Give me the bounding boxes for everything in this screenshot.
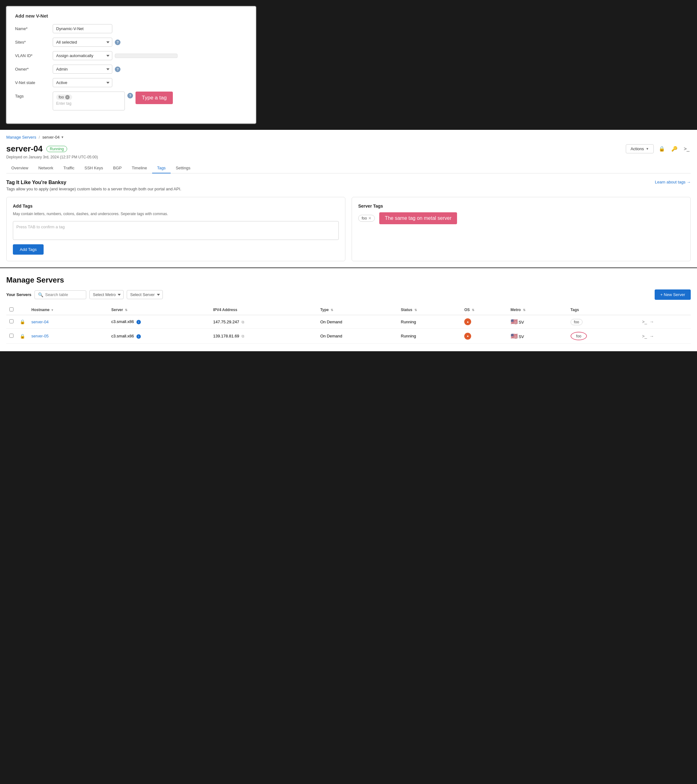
- search-input-wrap: 🔍: [35, 290, 86, 299]
- servers-table: Hostname ▾ Server ⇅ IPV4 Address Type ⇅ …: [6, 305, 691, 344]
- os-sort-arrow: ⇅: [472, 308, 474, 312]
- server-detail-content: Manage Servers / server-04 ▼ server-04 R…: [0, 130, 697, 267]
- row1-os-cell: ●: [461, 315, 507, 329]
- row2-flag-icon: 🇺🇸: [511, 333, 517, 339]
- terminal-icon-btn[interactable]: >_: [682, 145, 691, 153]
- tab-tags[interactable]: Tags: [152, 163, 171, 173]
- tags-field[interactable]: foo × Enter tag: [53, 92, 125, 110]
- row1-action-icons: >_ →: [642, 319, 687, 324]
- row2-checkbox-cell: [6, 329, 16, 344]
- vlan-auto-field: [115, 54, 178, 58]
- vnet-state-label: V-Net state: [15, 78, 53, 85]
- row1-hostname-link[interactable]: server-04: [31, 320, 49, 324]
- row1-os-icon: ●: [464, 318, 471, 325]
- row2-server-cell: c3.small.x86 i: [108, 329, 210, 344]
- add-tags-card-desc: May contain letters, numbers, colons, da…: [13, 211, 339, 217]
- row2-type-cell: On Demand: [317, 329, 398, 344]
- owner-help-icon[interactable]: ?: [115, 66, 120, 72]
- row2-tag-pill: foo: [573, 333, 585, 339]
- col-select-all: [6, 305, 16, 315]
- server-actions: Actions ▼ 🔒 🔑 >_: [626, 144, 691, 153]
- lock-icon-btn[interactable]: 🔒: [657, 145, 666, 153]
- row1-copy-icon[interactable]: ⧉: [242, 320, 244, 324]
- row1-checkbox[interactable]: [10, 319, 13, 323]
- server-tags-card: Server Tags foo ✕ The same tag on metal …: [352, 197, 691, 261]
- select-server-dropdown[interactable]: Select Server: [127, 290, 163, 299]
- row1-terminal-icon[interactable]: >_: [642, 319, 647, 324]
- select-metro-dropdown[interactable]: Select Metro: [89, 290, 124, 299]
- tab-overview[interactable]: Overview: [6, 163, 33, 173]
- vnet-state-select[interactable]: Active: [53, 78, 112, 87]
- tag-placeholder: Enter tag: [56, 101, 121, 106]
- tab-traffic[interactable]: Traffic: [58, 163, 79, 173]
- row2-checkbox[interactable]: [10, 334, 13, 338]
- breadcrumb-separator: /: [39, 135, 40, 140]
- key-icon-btn[interactable]: 🔑: [670, 145, 679, 153]
- new-server-button[interactable]: + New Server: [655, 290, 691, 300]
- metro-sort-arrow: ⇅: [523, 308, 526, 312]
- table-body: 🔒 server-04 c3.small.x86 i 147.75.29.247…: [6, 315, 691, 344]
- name-row: Name*: [15, 24, 247, 33]
- tab-timeline[interactable]: Timeline: [127, 163, 152, 173]
- breadcrumb-server-dropdown[interactable]: server-04 ▼: [42, 135, 64, 140]
- actions-dropdown-arrow: ▼: [646, 147, 649, 150]
- row1-metro-cell: 🇺🇸 SV: [508, 315, 567, 329]
- row2-lock-cell: 🔒: [16, 329, 28, 344]
- row2-os-icon: ●: [464, 333, 471, 339]
- row2-action-icons: >_ →: [642, 334, 687, 339]
- tab-bgp[interactable]: BGP: [108, 163, 127, 173]
- table-row: 🔒 server-04 c3.small.x86 i 147.75.29.247…: [6, 315, 691, 329]
- type-sort-arrow: ⇅: [331, 308, 333, 312]
- server-header: server-04 Running Actions ▼ 🔒 🔑 >_: [6, 142, 691, 155]
- row2-hostname-link[interactable]: server-05: [31, 334, 49, 338]
- tags-page-header: Tag It Like You're Banksy Learn about ta…: [6, 180, 691, 185]
- row2-ipv4-cell: 139.178.81.69 ⧉: [210, 329, 317, 344]
- tab-network[interactable]: Network: [33, 163, 58, 173]
- row2-terminal-icon[interactable]: >_: [642, 334, 647, 339]
- learn-tags-link[interactable]: Learn about tags →: [655, 180, 691, 184]
- server-tag-foo: foo ✕: [358, 215, 375, 222]
- tab-settings[interactable]: Settings: [171, 163, 195, 173]
- row2-tag-highlight: foo: [570, 332, 587, 340]
- servers-toolbar: Your Servers 🔍 Select Metro Select Serve…: [6, 290, 691, 300]
- vlan-select[interactable]: Assign automatically: [53, 51, 112, 60]
- manage-servers-title: Manage Servers: [6, 276, 691, 285]
- sites-help-icon[interactable]: ?: [115, 40, 120, 45]
- vlan-label: VLAN ID*: [15, 51, 53, 58]
- tab-ssh-keys[interactable]: SSH Keys: [79, 163, 108, 173]
- row2-copy-icon[interactable]: ⧉: [242, 334, 244, 338]
- name-input[interactable]: [53, 24, 112, 33]
- breadcrumb-manage-servers[interactable]: Manage Servers: [6, 135, 36, 140]
- actions-button[interactable]: Actions ▼: [626, 144, 654, 153]
- server-tag-remove[interactable]: ✕: [368, 216, 371, 221]
- tag-input-area[interactable]: Press TAB to confirm a tag: [13, 221, 339, 240]
- row2-actions-cell: >_ →: [639, 329, 691, 344]
- name-control: [53, 24, 247, 33]
- add-tags-card-title: Add Tags: [13, 204, 339, 209]
- row1-type-cell: On Demand: [317, 315, 398, 329]
- col-server-header: Server ⇅: [108, 305, 210, 315]
- owner-select[interactable]: Admin: [53, 64, 112, 74]
- status-sort-arrow: ⇅: [414, 308, 417, 312]
- row2-metro-cell: 🇺🇸 SV: [508, 329, 567, 344]
- table-header-row: Hostname ▾ Server ⇅ IPV4 Address Type ⇅ …: [6, 305, 691, 315]
- vlan-row: VLAN ID* Assign automatically: [15, 51, 247, 60]
- col-status-header: Status ⇅: [398, 305, 461, 315]
- status-badge: Running: [46, 146, 68, 152]
- row2-tags-cell: foo: [567, 329, 639, 344]
- row2-arrow-icon[interactable]: →: [650, 334, 654, 339]
- add-tags-button[interactable]: Add Tags: [13, 244, 44, 255]
- owner-row: Owner* Admin ?: [15, 64, 247, 74]
- row2-os-cell: ●: [461, 329, 507, 344]
- tag-remove-btn[interactable]: ×: [65, 95, 70, 99]
- tags-help-icon[interactable]: ?: [127, 93, 133, 99]
- row2-server-info-icon[interactable]: i: [137, 334, 141, 339]
- sites-select[interactable]: All selected: [53, 38, 112, 47]
- tags-row: Tags foo × Enter tag ? Type a tag: [15, 92, 247, 110]
- select-all-checkbox[interactable]: [10, 307, 13, 311]
- row1-arrow-icon[interactable]: →: [650, 319, 654, 324]
- row1-flag-icon: 🇺🇸: [511, 319, 517, 325]
- search-input[interactable]: [45, 292, 83, 297]
- row1-server-info-icon[interactable]: i: [137, 320, 141, 324]
- row1-lock-icon: 🔒: [20, 319, 25, 324]
